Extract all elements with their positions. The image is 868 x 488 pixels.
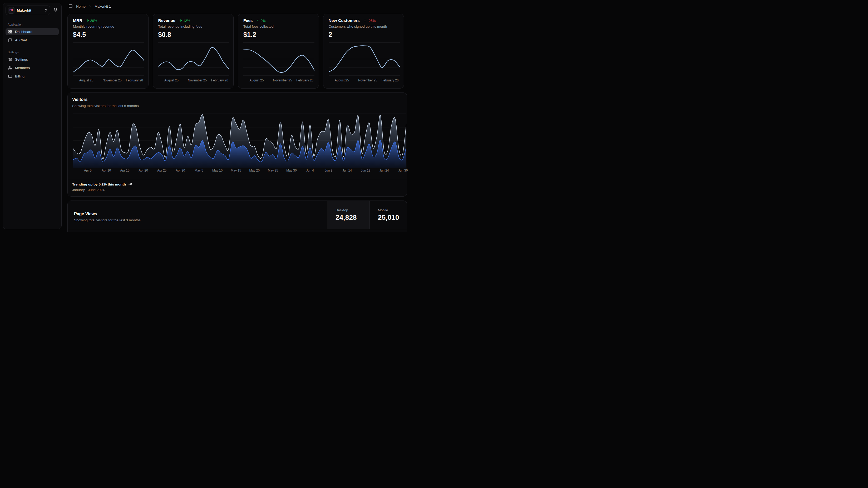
arrow-up-icon <box>256 19 260 22</box>
panel-left-icon <box>68 4 73 8</box>
sparkline-x-label: February 26 <box>126 79 143 82</box>
users-icon <box>8 66 12 70</box>
visitors-x-label: Jun 30 <box>398 169 408 172</box>
mobile-toggle-button[interactable]: Mobile 25,010 <box>370 201 407 229</box>
sparkline-x-label: August 25 <box>335 79 349 82</box>
visitors-x-label: Jun 4 <box>306 169 314 172</box>
stat-card-fees: Fees 9% Total fees collected $1.2 August… <box>238 14 319 89</box>
breadcrumb-home[interactable]: Home <box>76 4 86 8</box>
workspace-selector[interactable]: m Makerkit <box>5 5 50 15</box>
visitors-trend-text: Trending up by 5.2% this month <box>72 182 126 186</box>
sidebar-item-label: Dashboard <box>15 30 32 34</box>
makerkit-logo: m <box>8 7 14 14</box>
breadcrumb-current: Makerkit 1 <box>95 4 111 8</box>
visitors-x-label: Apr 10 <box>102 169 111 172</box>
trend-value: 9% <box>261 19 266 23</box>
layout-grid-icon <box>8 30 12 34</box>
stat-cards-row: MRR 20% Monthly recurring revenue $4.5 A… <box>67 14 404 89</box>
page-views-header-divider <box>68 229 407 229</box>
mobile-toggle-value: 25,010 <box>378 213 402 222</box>
main-content: Home Makerkit 1 MRR 20% Monthly recurrin… <box>65 0 410 232</box>
stat-value: $1.2 <box>243 31 313 38</box>
sidebar-item-ai-chat[interactable]: AI Chat <box>5 37 59 44</box>
stat-subtitle: Total revenue including fees <box>158 25 228 28</box>
sidebar-item-label: Settings <box>15 57 28 61</box>
visitors-x-axis: Apr 5Apr 10Apr 15Apr 20Apr 25Apr 30May 5… <box>73 169 406 173</box>
sparkline-x-label: November 25 <box>273 79 292 82</box>
credit-card-icon <box>8 74 12 78</box>
visitors-x-label: May 10 <box>212 169 222 172</box>
visitors-x-label: Apr 5 <box>84 169 92 172</box>
sidebar-item-label: Members <box>15 66 30 70</box>
sidebar-item-members[interactable]: Members <box>5 64 59 71</box>
visitors-x-label: May 30 <box>286 169 297 172</box>
visitors-x-label: Apr 30 <box>176 169 185 172</box>
trend-value: 20% <box>90 19 97 23</box>
sidebar-item-dashboard[interactable]: Dashboard <box>5 28 59 35</box>
visitors-date-range: January - June 2024 <box>72 188 402 192</box>
notifications-button[interactable] <box>52 7 59 14</box>
sparkline-chart <box>73 42 143 76</box>
mobile-toggle-label: Mobile <box>378 208 402 212</box>
sparkline-x-label: February 26 <box>211 79 228 82</box>
stat-card-revenue: Revenue 12% Total revenue including fees… <box>153 14 234 89</box>
page-views-card: Page Views Showing total visitors for th… <box>67 201 407 232</box>
stat-value: 2 <box>329 31 399 38</box>
visitors-x-label: Apr 25 <box>157 169 166 172</box>
bell-icon <box>53 8 58 12</box>
trend-value: 12% <box>183 19 190 23</box>
topbar: Home Makerkit 1 <box>65 0 410 13</box>
sparkline-x-label: February 26 <box>381 79 399 82</box>
visitors-x-label: May 15 <box>231 169 241 172</box>
trend-value: -25% <box>368 19 375 23</box>
sparkline-chart <box>329 42 399 76</box>
sidebar-item-billing[interactable]: Billing <box>5 73 59 80</box>
makerkit-logo-letter: m <box>9 8 13 12</box>
trend-badge: 20% <box>86 19 97 23</box>
arrow-up-icon <box>179 19 182 22</box>
sparkline-x-label: August 25 <box>164 79 179 82</box>
sparkline-x-label: August 25 <box>249 79 264 82</box>
page-views-toggles: Desktop 24,828 Mobile 25,010 <box>327 201 407 229</box>
gear-icon <box>8 57 12 61</box>
visitors-x-label: Jun 19 <box>361 169 370 172</box>
desktop-toggle-button[interactable]: Desktop 24,828 <box>327 201 370 229</box>
visitors-x-label: Jun 24 <box>379 169 389 172</box>
sidebar-item-settings[interactable]: Settings <box>5 56 59 63</box>
sidebar-item-label: AI Chat <box>15 38 27 42</box>
visitors-x-label: Apr 20 <box>139 169 148 172</box>
visitors-x-label: Jun 14 <box>342 169 352 172</box>
visitors-x-label: May 5 <box>195 169 203 172</box>
trend-badge: 9% <box>256 19 266 23</box>
stat-value: $0.8 <box>158 31 228 38</box>
visitors-card: Visitors Showing total visitors for the … <box>67 92 407 197</box>
stat-title: New Customers <box>329 18 360 23</box>
visitors-x-label: May 20 <box>249 169 260 172</box>
stat-title: MRR <box>73 18 83 23</box>
message-square-icon <box>8 38 12 42</box>
sidebar-section-application: Application <box>8 23 57 26</box>
sparkline-x-label: November 25 <box>358 79 377 82</box>
sparkline-x-label: February 26 <box>296 79 313 82</box>
trend-badge: 12% <box>179 19 190 23</box>
chevrons-up-down-icon <box>44 8 48 12</box>
sidebar-item-label: Billing <box>15 74 25 78</box>
visitors-title: Visitors <box>72 97 401 102</box>
sparkline-x-label: August 25 <box>79 79 93 82</box>
visitors-subtitle: Showing total visitors for the last 6 mo… <box>72 104 401 108</box>
sparkline-x-label: November 25 <box>188 79 207 82</box>
trend-badge: -25% <box>364 19 375 23</box>
sidebar: m Makerkit Application Dashboard AI Chat… <box>3 3 62 229</box>
stat-value: $4.5 <box>73 31 143 38</box>
sparkline-chart <box>243 42 313 76</box>
stat-title: Revenue <box>158 18 176 23</box>
sparkline-chart <box>158 42 228 76</box>
visitors-x-label: May 25 <box>268 169 278 172</box>
workspace-name: Makerkit <box>17 8 31 12</box>
visitors-footer: Trending up by 5.2% this month January -… <box>68 179 407 196</box>
sparkline-x-axis: August 25November 25February 26 <box>73 79 143 83</box>
sidebar-toggle-button[interactable] <box>68 3 73 9</box>
workspace-row: m Makerkit <box>5 5 59 15</box>
visitors-x-label: Apr 15 <box>120 169 129 172</box>
sparkline-x-axis: August 25November 25February 26 <box>243 79 313 83</box>
